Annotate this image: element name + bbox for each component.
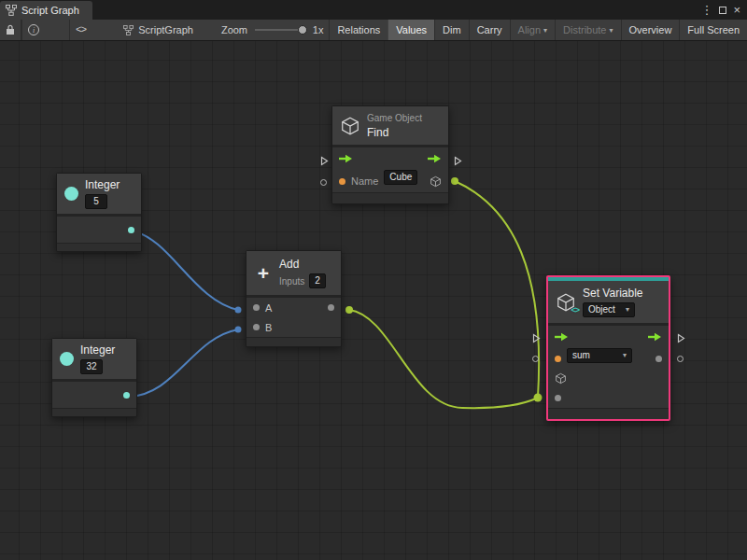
wire-integer32-to-add-b[interactable] — [129, 329, 238, 397]
wire-endpoint[interactable] — [534, 394, 543, 402]
add-node[interactable]: + Add Inputs 2 A B — [246, 250, 342, 347]
carry-label: Carry — [477, 24, 502, 35]
variable-name-value: sum — [572, 350, 590, 361]
maximize-icon — [719, 7, 726, 14]
full-screen-button[interactable]: Full Screen — [679, 20, 747, 40]
find-flow-output-port[interactable] — [454, 156, 462, 166]
breadcrumb[interactable]: ScriptGraph — [123, 24, 193, 35]
integer-output-port[interactable] — [123, 392, 130, 399]
variable-output-port[interactable] — [655, 356, 662, 362]
relations-label: Relations — [337, 24, 380, 35]
wire-endpoint[interactable] — [235, 327, 242, 333]
node-title: Integer — [80, 343, 115, 357]
setvariable-name-input-port[interactable] — [532, 356, 539, 362]
wire-endpoint[interactable] — [235, 307, 242, 314]
integer-node-32[interactable]: Integer 32 — [51, 338, 137, 417]
code-icon: <> — [76, 24, 86, 35]
node-title: Add — [279, 258, 326, 271]
setvariable-flow-output-port[interactable] — [677, 333, 685, 343]
set-variable-node[interactable]: <> Set Variable Object ▾ sum ▾ — [546, 275, 670, 421]
graph-canvas[interactable]: Integer 5 Integer 32 — [0, 41, 747, 560]
inputs-count-field[interactable]: 2 — [309, 273, 326, 288]
inputs-label: Inputs — [279, 276, 304, 287]
close-button[interactable]: × — [733, 4, 740, 16]
values-label: Values — [396, 24, 427, 35]
carry-button[interactable]: Carry — [469, 20, 510, 40]
setvariable-flow-input-port[interactable] — [532, 333, 541, 343]
game-object-output-port[interactable] — [430, 175, 442, 188]
setvariable-value-output-port[interactable] — [677, 356, 684, 362]
script-graph-icon — [123, 25, 134, 35]
add-input-b-label: B — [265, 322, 272, 333]
graph-toolbar: i <> ScriptGraph Zoom 1x Relations Value… — [0, 20, 747, 41]
node-title: Integer — [85, 178, 120, 191]
wire-find-to-setvariable[interactable] — [455, 181, 539, 398]
script-graph-icon — [6, 5, 17, 16]
wire-add-to-setvariable[interactable] — [349, 310, 536, 408]
info-button[interactable]: i — [21, 20, 45, 40]
node-header: Integer 5 — [57, 174, 141, 217]
code-icon: <> — [571, 305, 579, 315]
edit-source-button[interactable]: <> — [69, 20, 92, 40]
chevron-down-icon: ▾ — [543, 26, 547, 35]
chevron-down-icon: ▾ — [610, 26, 613, 35]
integer-output-port[interactable] — [128, 227, 134, 233]
value-input-port[interactable] — [555, 395, 561, 401]
node-footer — [332, 192, 448, 203]
node-header: Game Object Find — [332, 106, 448, 147]
integer-value-field[interactable]: 5 — [85, 194, 107, 209]
distribute-button[interactable]: Distribute▾ — [555, 20, 620, 40]
integer-value-field[interactable]: 32 — [80, 359, 103, 374]
object-variable-icon: <> — [556, 292, 576, 313]
node-header: + Add Inputs 2 — [247, 251, 341, 298]
wire-endpoint[interactable] — [451, 177, 458, 185]
add-input-a-label: A — [265, 302, 272, 314]
tab-script-graph[interactable]: Script Graph — [0, 1, 92, 20]
align-button[interactable]: Align▾ — [510, 20, 555, 40]
wire-integer5-to-add-a[interactable] — [134, 231, 238, 310]
node-category: Game Object — [367, 113, 422, 123]
full-screen-label: Full Screen — [687, 24, 740, 35]
integer-node-5[interactable]: Integer 5 — [56, 173, 142, 252]
maximize-button[interactable] — [719, 7, 726, 14]
flow-in-arrow-icon[interactable] — [339, 154, 353, 163]
node-title: Set Variable — [583, 287, 642, 300]
relations-button[interactable]: Relations — [329, 20, 388, 40]
add-input-b-port[interactable] — [253, 324, 260, 330]
node-footer — [548, 408, 669, 419]
overview-button[interactable]: Overview — [621, 20, 680, 40]
tab-title: Script Graph — [21, 5, 79, 16]
zoom-slider[interactable] — [255, 24, 307, 35]
variable-scope-value: Object — [588, 304, 615, 315]
zoom-label: Zoom — [221, 24, 247, 35]
find-node[interactable]: Game Object Find Name Cube — [331, 105, 449, 204]
variable-name-input-port[interactable] — [555, 356, 561, 362]
name-port-label: Name — [351, 175, 378, 187]
lock-button[interactable] — [0, 20, 21, 40]
dim-button[interactable]: Dim — [434, 20, 469, 40]
toolbar-button-group: Relations Values Dim Carry Align▾ Distri… — [329, 20, 747, 40]
flow-out-arrow-icon[interactable] — [648, 332, 662, 342]
name-input-field[interactable]: Cube — [384, 170, 417, 185]
wire-endpoint[interactable] — [345, 306, 353, 314]
name-input-port[interactable] — [339, 178, 345, 185]
zoom-value: 1x — [313, 24, 324, 35]
node-header: <> Set Variable Object ▾ — [548, 281, 669, 326]
window-menu-button[interactable]: ⋮ — [700, 4, 712, 16]
flow-in-arrow-icon[interactable] — [555, 332, 569, 342]
window-controls: ⋮ × — [700, 0, 747, 20]
find-flow-input-port[interactable] — [320, 156, 329, 166]
values-button[interactable]: Values — [388, 20, 434, 40]
flow-out-arrow-icon[interactable] — [428, 154, 442, 163]
add-icon: + — [254, 264, 273, 283]
zoom-slider-handle[interactable] — [298, 25, 307, 35]
game-object-icon — [340, 116, 360, 136]
add-input-a-port[interactable] — [253, 304, 260, 311]
variable-name-dropdown[interactable]: sum ▾ — [567, 348, 632, 363]
add-sum-output-port[interactable] — [328, 304, 334, 311]
find-name-input-port[interactable] — [320, 179, 327, 186]
variable-scope-dropdown[interactable]: Object ▾ — [583, 302, 635, 317]
window-titlebar: Script Graph ⋮ × — [0, 0, 747, 20]
target-object-port[interactable] — [555, 372, 567, 385]
breadcrumb-label: ScriptGraph — [138, 24, 193, 35]
